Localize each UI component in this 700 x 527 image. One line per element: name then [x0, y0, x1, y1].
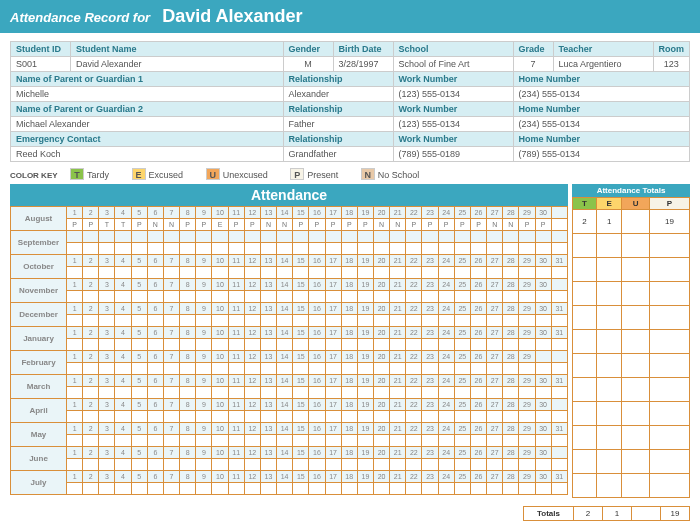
- header-student-name: David Alexander: [162, 6, 302, 27]
- color-key-label: COLOR KEY: [10, 171, 58, 180]
- grand-totals: Totals2119: [0, 506, 700, 527]
- excused-swatch: E: [132, 168, 146, 180]
- attendance-title: Attendance: [10, 184, 568, 206]
- color-key: COLOR KEY TTardy EExcused UUnexcused PPr…: [10, 168, 690, 180]
- present-swatch: P: [290, 168, 304, 180]
- attendance-totals: Attendance Totals TEUP2119: [572, 184, 690, 498]
- noschool-swatch: N: [361, 168, 375, 180]
- totals-header: Attendance Totals: [572, 184, 690, 197]
- unexcused-swatch: U: [206, 168, 220, 180]
- attendance-calendar: August1234567891011121314151617181920212…: [10, 206, 568, 495]
- page-header: Attendance Record for David Alexander: [0, 0, 700, 33]
- header-title: Attendance Record for: [10, 10, 150, 25]
- student-info-table: Student IDStudent NameGenderBirth DateSc…: [10, 41, 690, 162]
- tardy-swatch: T: [70, 168, 84, 180]
